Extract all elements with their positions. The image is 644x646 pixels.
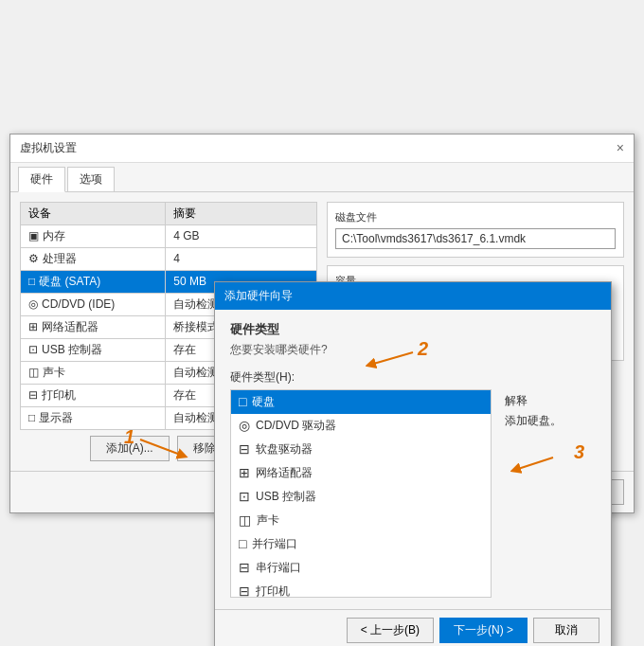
device-name: ◎CD/DVD (IDE) [21, 293, 166, 315]
disk-file-input[interactable] [335, 228, 616, 249]
device-summary: 4 [166, 247, 317, 270]
device-summary: 4 GB [166, 224, 317, 247]
dialog-cancel-button[interactable]: 取消 [533, 618, 599, 643]
explanation-box: 解释 添加硬盘。 [501, 389, 596, 598]
hw-type-label: 硬件类型(H): [230, 369, 596, 386]
device-name: ▣内存 [21, 224, 166, 247]
tab-options[interactable]: 选项 [67, 167, 115, 191]
device-name: □显示器 [21, 406, 166, 429]
device-name: ⊞网络适配器 [21, 315, 166, 338]
explanation-text: 添加硬盘。 [505, 413, 592, 429]
tabs-bar: 硬件 选项 [10, 163, 634, 192]
device-name: ⊡USB 控制器 [21, 338, 166, 361]
dialog-title-bar: 添加硬件向导 [215, 282, 611, 310]
dialog-subtitle: 您要安装哪类硬件? [230, 342, 596, 358]
dialog-footer: < 上一步(B) 下一步(N) > 取消 [215, 609, 611, 647]
table-row[interactable]: ▣内存4 GB [21, 224, 317, 247]
hw-list-container: □硬盘◎CD/DVD 驱动器⊟软盘驱动器⊞网络适配器⊡USB 控制器◫声卡□并行… [230, 389, 596, 598]
disk-file-section: 磁盘文件 [327, 202, 624, 258]
explanation-label: 解释 [505, 393, 592, 409]
col-header-device: 设备 [21, 202, 166, 224]
add-hardware-dialog: 添加硬件向导 硬件类型 您要安装哪类硬件? 硬件类型(H): □硬盘◎CD/DV… [214, 281, 612, 647]
dialog-section-title: 硬件类型 [230, 321, 596, 338]
device-name: ⊟打印机 [21, 384, 166, 406]
device-name: ⚙处理器 [21, 247, 166, 270]
hw-list-item[interactable]: ◎CD/DVD 驱动器 [231, 414, 491, 438]
dialog-body: 硬件类型 您要安装哪类硬件? 硬件类型(H): □硬盘◎CD/DVD 驱动器⊟软… [215, 310, 611, 609]
close-button[interactable]: × [617, 141, 624, 154]
dialog-title: 添加硬件向导 [224, 288, 293, 304]
hw-listbox[interactable]: □硬盘◎CD/DVD 驱动器⊟软盘驱动器⊞网络适配器⊡USB 控制器◫声卡□并行… [230, 389, 492, 598]
back-button[interactable]: < 上一步(B) [347, 618, 434, 643]
window-title: 虚拟机设置 [20, 140, 77, 156]
hw-list-item[interactable]: ⊞网络适配器 [231, 461, 491, 485]
device-name: ◫声卡 [21, 361, 166, 384]
hw-list-item[interactable]: □并行端口 [231, 532, 491, 556]
hw-list-item[interactable]: ⊟打印机 [231, 580, 491, 598]
hw-list-item[interactable]: □硬盘 [231, 390, 491, 414]
title-bar: 虚拟机设置 × [10, 135, 634, 163]
hw-list-item[interactable]: ⊡USB 控制器 [231, 485, 491, 509]
table-row[interactable]: ⚙处理器4 [21, 247, 317, 270]
hw-list-item[interactable]: ⊟软盘驱动器 [231, 438, 491, 461]
col-header-summary: 摘要 [166, 202, 317, 224]
device-name: □硬盘 (SATA) [21, 270, 166, 293]
hw-list-item[interactable]: ⊟串行端口 [231, 556, 491, 580]
next-button[interactable]: 下一步(N) > [439, 618, 528, 643]
hw-list-item[interactable]: ◫声卡 [231, 509, 491, 532]
tab-hardware[interactable]: 硬件 [18, 167, 65, 192]
add-button[interactable]: 添加(A)... [90, 436, 170, 461]
disk-file-label: 磁盘文件 [335, 210, 616, 224]
